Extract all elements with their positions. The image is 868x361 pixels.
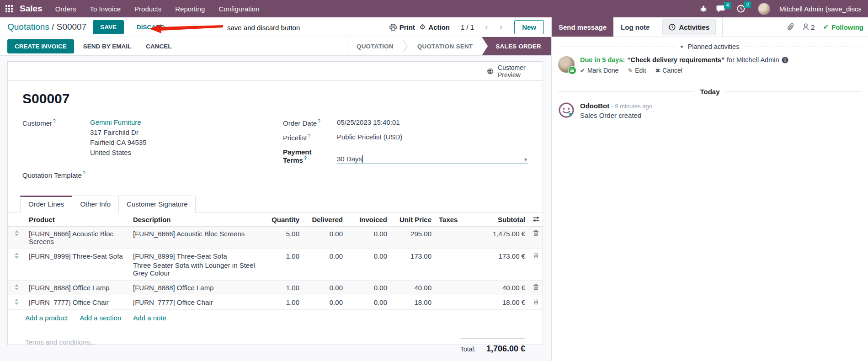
- step-sales-order[interactable]: SALES ORDER: [482, 37, 551, 55]
- breadcrumb-quotations-link[interactable]: Quotations: [7, 22, 49, 32]
- app-brand[interactable]: Sales: [20, 4, 43, 14]
- drag-handle-icon[interactable]: [8, 227, 25, 249]
- activity-clock-icon: [669, 24, 676, 31]
- customer-link[interactable]: Gemini Furniture: [90, 118, 146, 126]
- terms-and-conditions-placeholder[interactable]: Terms and conditions...: [25, 338, 96, 354]
- info-icon[interactable]: [782, 57, 788, 64]
- check-icon: ✔: [580, 67, 585, 74]
- globe-icon: [487, 67, 494, 76]
- pager-next-icon[interactable]: ›: [496, 21, 506, 32]
- table-row[interactable]: [FURN_8888] Office Lamp [FURN_8888] Offi…: [8, 281, 543, 295]
- odoobot-avatar[interactable]: [558, 102, 575, 118]
- activity-avatar[interactable]: [558, 56, 575, 73]
- send-by-email-button[interactable]: SEND BY EMAIL: [78, 40, 137, 53]
- edit-activity-button[interactable]: ✎Edit: [628, 67, 646, 74]
- nav-item-products[interactable]: Products: [134, 5, 161, 13]
- delete-row-icon[interactable]: [529, 281, 543, 295]
- action-button[interactable]: ⚙ Action: [420, 23, 450, 31]
- cancel-button[interactable]: CANCEL: [140, 40, 177, 53]
- annotation-label: save and discard button: [227, 24, 300, 32]
- attachments-button[interactable]: [787, 22, 794, 32]
- total-value: 1,706.00 €: [486, 344, 525, 354]
- message-author[interactable]: OdooBot: [580, 102, 609, 110]
- order-date-field[interactable]: 05/25/2023 15:40:01: [337, 118, 400, 127]
- control-panel: Quotations / S00007 SAVE DISCARD save an…: [0, 17, 551, 37]
- new-button[interactable]: New: [514, 20, 544, 34]
- status-steps: QUOTATION QUOTATION SENT SALES ORDER: [347, 37, 551, 55]
- add-a-note-link[interactable]: Add a note: [133, 314, 166, 322]
- delete-row-icon[interactable]: [529, 249, 543, 281]
- nav-item-reporting[interactable]: Reporting: [175, 5, 205, 13]
- collapse-caret-icon: ▾: [681, 43, 683, 50]
- drag-handle-icon[interactable]: [8, 295, 25, 310]
- col-subtotal[interactable]: Subtotal: [475, 213, 529, 227]
- x-icon: ✖: [655, 67, 660, 74]
- pencil-icon: ✎: [628, 67, 633, 74]
- user-name[interactable]: Mitchell Admin (save_discar: [779, 5, 861, 13]
- tab-customer-signature[interactable]: Customer Signature: [119, 196, 196, 213]
- activity-due: Due in 5 days:: [580, 56, 625, 64]
- breadcrumb: Quotations / S00007: [7, 22, 86, 32]
- col-invoiced[interactable]: Invoiced: [346, 213, 391, 227]
- tab-other-info[interactable]: Other Info: [72, 196, 119, 213]
- step-separator-icon: [403, 37, 408, 55]
- customer-label: Customer?: [22, 118, 90, 159]
- nav-item-configuration[interactable]: Configuration: [218, 5, 259, 13]
- user-avatar[interactable]: [758, 3, 770, 15]
- optional-columns-icon[interactable]: [529, 213, 543, 227]
- delete-row-icon[interactable]: [529, 295, 543, 310]
- followers-button[interactable]: 2: [803, 23, 815, 31]
- dropdown-caret-icon[interactable]: ▾: [524, 156, 527, 163]
- messages-icon[interactable]: 4: [716, 5, 725, 13]
- tab-order-lines[interactable]: Order Lines: [20, 196, 72, 213]
- col-delivered[interactable]: Delivered: [303, 213, 346, 227]
- cancel-activity-button[interactable]: ✖Cancel: [655, 67, 682, 74]
- activities-clock-icon[interactable]: 2: [737, 5, 745, 13]
- messages-badge: 4: [724, 2, 731, 9]
- debug-bug-icon[interactable]: [700, 5, 707, 12]
- customer-value: Gemini Furniture 317 Fairchild Dr Fairfi…: [90, 118, 146, 159]
- schedule-activity-button[interactable]: Activities: [662, 19, 716, 35]
- customer-preview-button[interactable]: Customer Preview: [481, 62, 543, 80]
- print-button[interactable]: Print: [389, 23, 415, 31]
- form-view: Customer Preview S00007 Customer? Gemini…: [0, 56, 551, 361]
- create-invoice-button[interactable]: CREATE INVOICE: [7, 39, 74, 53]
- send-message-button[interactable]: Send message: [552, 17, 613, 37]
- add-a-section-link[interactable]: Add a section: [80, 314, 121, 322]
- delete-row-icon[interactable]: [529, 227, 543, 249]
- add-line-links: Add a product Add a section Add a note: [8, 310, 543, 326]
- col-quantity[interactable]: Quantity: [263, 213, 303, 227]
- col-product[interactable]: Product: [25, 213, 129, 227]
- col-description[interactable]: Description: [129, 213, 263, 227]
- table-row[interactable]: [FURN_6666] Acoustic Bloc Screens [FURN_…: [8, 227, 543, 249]
- planned-activities-separator[interactable]: ▾ Planned activities: [558, 43, 868, 50]
- divider: [722, 17, 723, 37]
- today-separator: Today: [558, 88, 868, 96]
- add-a-product-link[interactable]: Add a product: [25, 314, 68, 322]
- payment-terms-input[interactable]: 30 Days ▾: [337, 148, 528, 164]
- following-button[interactable]: ✔ Following: [823, 23, 863, 31]
- gear-icon: ⚙: [420, 23, 426, 31]
- nav-item-to-invoice[interactable]: To Invoice: [90, 5, 121, 13]
- printer-icon: [389, 24, 397, 31]
- table-row[interactable]: [FURN_7777] Office Chair [FURN_7777] Off…: [8, 295, 543, 310]
- pager-previous-icon[interactable]: ‹: [481, 21, 491, 32]
- message-body: Sales Order created: [580, 111, 652, 119]
- step-quotation[interactable]: QUOTATION: [347, 37, 403, 55]
- step-quotation-sent[interactable]: QUOTATION SENT: [408, 37, 482, 55]
- log-note-button[interactable]: Log note: [613, 23, 657, 31]
- pricelist-field[interactable]: Public Pricelist (USD): [337, 133, 402, 142]
- breadcrumb-separator: /: [49, 22, 57, 32]
- drag-handle-icon[interactable]: [8, 249, 25, 281]
- col-taxes[interactable]: Taxes: [435, 213, 475, 227]
- nav-item-orders[interactable]: Orders: [55, 5, 76, 13]
- sheet-header: Customer Preview: [8, 62, 543, 81]
- mark-done-button[interactable]: ✔Mark Done: [580, 67, 618, 74]
- table-row[interactable]: [FURN_8999] Three-Seat Sofa [FURN_8999] …: [8, 249, 543, 281]
- table-header-row: Product Description Quantity Delivered I…: [8, 213, 543, 227]
- apps-menu-icon[interactable]: [5, 5, 13, 13]
- drag-handle-icon[interactable]: [8, 281, 25, 295]
- col-unit-price[interactable]: Unit Price: [391, 213, 435, 227]
- save-button[interactable]: SAVE: [93, 20, 124, 34]
- sheet: Customer Preview S00007 Customer? Gemini…: [7, 61, 543, 345]
